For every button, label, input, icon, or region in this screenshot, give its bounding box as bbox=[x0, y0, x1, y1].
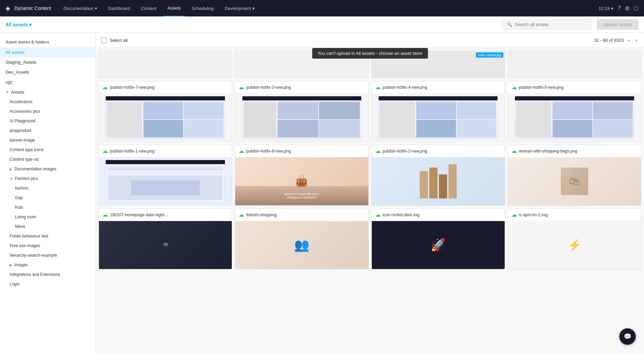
asset-card[interactable]: ☁ publish-hotfix-7-new.png bbox=[99, 81, 232, 142]
asset-card[interactable]: ☁ publish-hotfix-8-new.png 👜 woman in bu… bbox=[235, 145, 368, 206]
sidebar-item-content-type-icons[interactable]: Content type icons bbox=[0, 145, 96, 155]
cloud-icon: ☁ bbox=[239, 211, 244, 218]
asset-card[interactable]: ☁ woman-with-shopping-bags.png 🛍 bbox=[508, 145, 641, 206]
pagination: 31 - 60 of 6523 ‹ › bbox=[594, 36, 639, 45]
cloud-icon: ☁ bbox=[239, 84, 244, 90]
asset-name: publish-hotfix-1-new.png bbox=[110, 149, 228, 154]
asset-header: ☁ friends-shopping bbox=[235, 209, 368, 221]
nav-dashboard[interactable]: Dashboard bbox=[104, 0, 134, 16]
settings-icon[interactable]: ⚙ bbox=[625, 5, 630, 12]
asset-name: publish-hotfix-8-new.png bbox=[246, 149, 365, 154]
cloud-icon: ☁ bbox=[512, 148, 517, 154]
asset-name: woman-with-shopping-bags.png bbox=[519, 149, 637, 154]
sidebar-item-fashion[interactable]: fashion bbox=[0, 183, 96, 193]
search-box[interactable]: 🔍 bbox=[502, 20, 591, 29]
cloud-icon: ☁ bbox=[102, 148, 108, 154]
cloud-icon: ☁ bbox=[239, 148, 244, 154]
chat-button[interactable]: 💬 bbox=[619, 328, 636, 345]
sidebar-item-ampproduct[interactable]: ampproduct bbox=[0, 126, 96, 135]
chat-icon: 💬 bbox=[624, 333, 631, 340]
asset-header: ☁ publish-hotfix-8-new.png bbox=[235, 145, 368, 157]
sidebar-item-integrations[interactable]: Integrations and Extensions bbox=[0, 270, 96, 279]
sidebar-item-mens[interactable]: Mens bbox=[0, 222, 96, 231]
select-all-checkbox[interactable] bbox=[101, 38, 107, 43]
user-profile-icon[interactable]: ⬡ bbox=[634, 5, 639, 12]
sidebar-item-accessories[interactable]: Accessories pics bbox=[0, 107, 96, 116]
asset-card[interactable]: ☁ publish-hotfix-1-new.png bbox=[99, 145, 232, 206]
sidebar-item-kids[interactable]: Kids bbox=[0, 203, 96, 212]
sidebar-item-fashion-pics[interactable]: ▼ Fashion pics bbox=[0, 174, 96, 183]
sidebar-item-ugc[interactable]: ugc bbox=[0, 77, 96, 87]
cloud-icon: ☁ bbox=[375, 148, 381, 154]
sidebar-item-banner[interactable]: banner-image bbox=[0, 135, 96, 145]
nav-content[interactable]: Content bbox=[137, 0, 161, 16]
asset-header: ☁ publish-hotfix-1-new.png bbox=[99, 145, 232, 157]
cloud-icon: ☁ bbox=[512, 211, 517, 218]
asset-card[interactable]: ☁ icon-rocket-dark.svg 🚀 bbox=[371, 208, 505, 269]
nav-development[interactable]: Development ▾ bbox=[220, 0, 259, 16]
chevron-right-icon: ▶ bbox=[10, 167, 12, 171]
sidebar-item-hierarchy[interactable]: hierarchy-search-example bbox=[0, 251, 96, 260]
asset-thumbnail bbox=[372, 157, 505, 205]
sidebar-item-folder-behaviour[interactable]: Folder behaviour test bbox=[0, 231, 96, 241]
chevron-down-icon: ▼ bbox=[5, 90, 9, 94]
app-brand: Dynamic Content bbox=[14, 5, 51, 11]
search-icon: 🔍 bbox=[507, 22, 512, 27]
nav-clock: 12:19 ▾ bbox=[599, 6, 614, 11]
asset-card[interactable]: ☁ publish-hotfix-5-new.png bbox=[508, 81, 641, 142]
sidebar-item-gap[interactable]: Gap bbox=[0, 193, 96, 203]
sidebar-item-free-use[interactable]: Free use images bbox=[0, 241, 96, 251]
sidebar-item-ai-playground[interactable]: AI Playground bbox=[0, 116, 96, 126]
sidebar-item-all-assets[interactable]: All assets bbox=[0, 47, 96, 57]
asset-card[interactable]: ☁ friends-shopping 👥 bbox=[235, 208, 368, 269]
sidebar-item-assets[interactable]: ▼ Assets bbox=[0, 87, 96, 97]
sidebar-item-staging[interactable]: Staging_Assets bbox=[0, 57, 96, 67]
sidebar-item-content-type-viz[interactable]: Content type viz bbox=[0, 155, 96, 164]
sidebar-item-living-room[interactable]: Living room bbox=[0, 212, 96, 222]
sidebar-item-accelerators[interactable]: Accelerators bbox=[0, 97, 96, 107]
content-toolbar: Select all You can't upload in All asset… bbox=[96, 33, 644, 48]
asset-card[interactable]: ☁ publish-hotfix-4-new.png bbox=[371, 81, 505, 142]
sidebar-item-documentation-images[interactable]: ▶ Documentation images bbox=[0, 164, 96, 174]
asset-card[interactable]: ☁ publish-hotfix-3-new.png bbox=[235, 81, 368, 142]
all-assets-dropdown[interactable]: All assets ▾ bbox=[5, 22, 31, 27]
sub-header: All assets ▾ 🔍 Upload assets bbox=[0, 16, 644, 33]
asset-header: ☁ publish-hotfix-3-new.png bbox=[235, 81, 368, 94]
asset-card[interactable]: ☁ 190207-homepage-date-night-... 🌃 bbox=[99, 208, 232, 269]
asset-thumbnail bbox=[372, 94, 505, 142]
asset-card[interactable]: ☁ ic-apis-lm-2.svg ⚡ bbox=[508, 208, 641, 269]
asset-header: ☁ publish-hotfix-2-new.png bbox=[372, 145, 505, 157]
asset-name: publish-hotfix-5-new.png bbox=[519, 85, 637, 90]
search-input[interactable] bbox=[515, 22, 587, 27]
cloud-icon: ☁ bbox=[375, 84, 381, 90]
chevron-down-icon: ▼ bbox=[10, 177, 13, 181]
cloud-icon: ☁ bbox=[512, 84, 517, 90]
sidebar-item-images[interactable]: ▶ Images bbox=[0, 260, 96, 270]
asset-name: publish-hotfix-2-new.png bbox=[383, 149, 501, 154]
asset-name: 190207-homepage-date-night-... bbox=[110, 212, 228, 217]
cloud-icon: ☁ bbox=[102, 211, 108, 218]
sidebar-item-dev[interactable]: Dev_Assets bbox=[0, 67, 96, 77]
cloud-icon: ☁ bbox=[375, 211, 381, 218]
help-icon[interactable]: ? bbox=[618, 5, 621, 11]
asset-thumbnail: ⚡ bbox=[508, 221, 641, 269]
asset-thumbnail bbox=[235, 94, 368, 142]
nav-scheduling[interactable]: Scheduling bbox=[188, 0, 218, 16]
prev-page-button[interactable]: ‹ bbox=[627, 36, 631, 45]
asset-name: publish-hotfix-3-new.png bbox=[246, 85, 365, 90]
app-logo: ◈ bbox=[5, 4, 10, 12]
nav-documentation[interactable]: Documentation ▾ bbox=[59, 0, 101, 16]
asset-header: ☁ publish-hotfix-4-new.png bbox=[372, 81, 505, 94]
asset-card[interactable]: ☁ publish-hotfix-2-new.png bbox=[371, 145, 505, 206]
sidebar-item-login[interactable]: Login bbox=[0, 279, 96, 289]
nav-right-controls: 12:19 ▾ ? ⚙ ⬡ bbox=[599, 5, 639, 12]
nav-assets[interactable]: Assets bbox=[163, 0, 185, 16]
assets-grid: man-casual.jpg ☁ publish-hotfix-7-new.pn… bbox=[96, 48, 644, 353]
next-page-button[interactable]: › bbox=[634, 36, 639, 45]
asset-thumbnail: 👜 woman in burgundy dressshopping in cat… bbox=[235, 157, 368, 205]
sidebar-title: Asset stores & folders bbox=[0, 37, 96, 47]
upload-button[interactable]: Upload assets bbox=[597, 19, 639, 30]
asset-card[interactable] bbox=[508, 51, 641, 78]
asset-card[interactable] bbox=[99, 51, 232, 78]
chevron-down-icon: ▾ bbox=[95, 6, 97, 11]
